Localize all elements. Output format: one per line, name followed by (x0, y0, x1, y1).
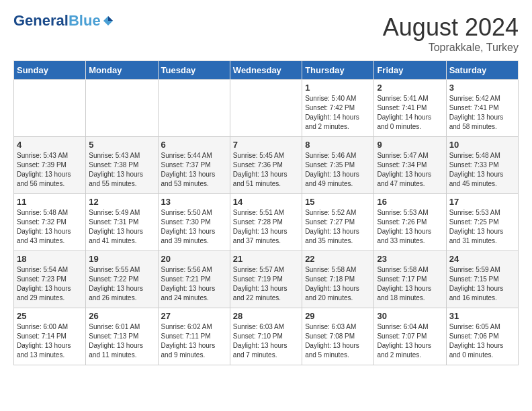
calendar-cell: 17Sunrise: 5:53 AM Sunset: 7:25 PM Dayli… (446, 194, 518, 251)
calendar-cell: 31Sunrise: 6:05 AM Sunset: 7:06 PM Dayli… (446, 308, 518, 365)
calendar-cell: 29Sunrise: 6:03 AM Sunset: 7:08 PM Dayli… (302, 308, 374, 365)
day-content: Sunrise: 5:48 AM Sunset: 7:32 PM Dayligh… (17, 208, 83, 246)
day-content: Sunrise: 5:41 AM Sunset: 7:41 PM Dayligh… (377, 94, 443, 132)
day-content: Sunrise: 6:03 AM Sunset: 7:10 PM Dayligh… (233, 322, 299, 360)
day-content: Sunrise: 5:40 AM Sunset: 7:42 PM Dayligh… (305, 94, 371, 132)
calendar-cell: 11Sunrise: 5:48 AM Sunset: 7:32 PM Dayli… (14, 194, 86, 251)
day-number: 29 (305, 311, 371, 321)
day-content: Sunrise: 5:43 AM Sunset: 7:39 PM Dayligh… (17, 151, 83, 189)
day-number: 5 (89, 140, 154, 150)
day-number: 3 (449, 83, 515, 93)
day-content: Sunrise: 6:04 AM Sunset: 7:07 PM Dayligh… (377, 322, 443, 360)
logo-text: GeneralBlue (13, 13, 101, 28)
col-thursday: Thursday (302, 61, 374, 80)
calendar-cell: 9Sunrise: 5:47 AM Sunset: 7:34 PM Daylig… (374, 137, 446, 194)
day-number: 12 (89, 197, 154, 207)
header-row: Sunday Monday Tuesday Wednesday Thursday… (14, 61, 519, 80)
day-number: 22 (305, 254, 371, 264)
col-monday: Monday (86, 61, 158, 80)
day-number: 27 (161, 311, 227, 321)
day-number: 2 (377, 83, 443, 93)
calendar-cell: 16Sunrise: 5:53 AM Sunset: 7:26 PM Dayli… (374, 194, 446, 251)
logo-icon (102, 15, 114, 27)
day-number: 26 (89, 311, 154, 321)
calendar-cell: 30Sunrise: 6:04 AM Sunset: 7:07 PM Dayli… (374, 308, 446, 365)
day-number: 20 (161, 254, 227, 264)
day-content: Sunrise: 5:53 AM Sunset: 7:25 PM Dayligh… (449, 208, 515, 246)
day-number: 8 (305, 140, 371, 150)
calendar-cell: 6Sunrise: 5:44 AM Sunset: 7:37 PM Daylig… (158, 137, 230, 194)
day-content: Sunrise: 6:02 AM Sunset: 7:11 PM Dayligh… (161, 322, 227, 360)
calendar-cell: 5Sunrise: 5:43 AM Sunset: 7:38 PM Daylig… (86, 137, 158, 194)
calendar-cell: 28Sunrise: 6:03 AM Sunset: 7:10 PM Dayli… (230, 308, 302, 365)
calendar-cell: 18Sunrise: 5:54 AM Sunset: 7:23 PM Dayli… (14, 251, 86, 308)
day-content: Sunrise: 5:53 AM Sunset: 7:26 PM Dayligh… (377, 208, 443, 246)
logo: GeneralBlue (13, 13, 114, 28)
day-content: Sunrise: 5:58 AM Sunset: 7:17 PM Dayligh… (377, 265, 443, 303)
calendar-table: Sunday Monday Tuesday Wednesday Thursday… (13, 60, 519, 365)
calendar-cell: 12Sunrise: 5:49 AM Sunset: 7:31 PM Dayli… (86, 194, 158, 251)
day-number: 11 (17, 197, 83, 207)
calendar-cell: 13Sunrise: 5:50 AM Sunset: 7:30 PM Dayli… (158, 194, 230, 251)
day-content: Sunrise: 5:51 AM Sunset: 7:28 PM Dayligh… (233, 208, 299, 246)
day-content: Sunrise: 5:57 AM Sunset: 7:19 PM Dayligh… (233, 265, 299, 303)
day-content: Sunrise: 6:01 AM Sunset: 7:13 PM Dayligh… (89, 322, 154, 360)
day-content: Sunrise: 5:50 AM Sunset: 7:30 PM Dayligh… (161, 208, 227, 246)
day-content: Sunrise: 5:59 AM Sunset: 7:15 PM Dayligh… (449, 265, 515, 303)
calendar-cell: 21Sunrise: 5:57 AM Sunset: 7:19 PM Dayli… (230, 251, 302, 308)
day-number: 23 (377, 254, 443, 264)
day-content: Sunrise: 5:44 AM Sunset: 7:37 PM Dayligh… (161, 151, 227, 189)
calendar-cell: 25Sunrise: 6:00 AM Sunset: 7:14 PM Dayli… (14, 308, 86, 365)
calendar-week-2: 4Sunrise: 5:43 AM Sunset: 7:39 PM Daylig… (14, 137, 519, 194)
calendar-cell: 24Sunrise: 5:59 AM Sunset: 7:15 PM Dayli… (446, 251, 518, 308)
calendar-cell: 7Sunrise: 5:45 AM Sunset: 7:36 PM Daylig… (230, 137, 302, 194)
calendar-cell: 15Sunrise: 5:52 AM Sunset: 7:27 PM Dayli… (302, 194, 374, 251)
calendar-week-4: 18Sunrise: 5:54 AM Sunset: 7:23 PM Dayli… (14, 251, 519, 308)
day-content: Sunrise: 5:49 AM Sunset: 7:31 PM Dayligh… (89, 208, 154, 246)
day-content: Sunrise: 5:58 AM Sunset: 7:18 PM Dayligh… (305, 265, 371, 303)
day-content: Sunrise: 5:55 AM Sunset: 7:22 PM Dayligh… (89, 265, 154, 303)
day-number: 13 (161, 197, 227, 207)
day-number: 15 (305, 197, 371, 207)
title-location: Toprakkale, Turkey (383, 42, 519, 54)
day-number: 1 (305, 83, 371, 93)
day-content: Sunrise: 5:52 AM Sunset: 7:27 PM Dayligh… (305, 208, 371, 246)
day-number: 21 (233, 254, 299, 264)
day-number: 16 (377, 197, 443, 207)
col-sunday: Sunday (14, 61, 86, 80)
calendar-cell: 19Sunrise: 5:55 AM Sunset: 7:22 PM Dayli… (86, 251, 158, 308)
calendar-cell: 20Sunrise: 5:56 AM Sunset: 7:21 PM Dayli… (158, 251, 230, 308)
calendar-cell: 23Sunrise: 5:58 AM Sunset: 7:17 PM Dayli… (374, 251, 446, 308)
calendar-cell: 8Sunrise: 5:46 AM Sunset: 7:35 PM Daylig… (302, 137, 374, 194)
calendar-cell: 1Sunrise: 5:40 AM Sunset: 7:42 PM Daylig… (302, 80, 374, 137)
calendar-cell: 26Sunrise: 6:01 AM Sunset: 7:13 PM Dayli… (86, 308, 158, 365)
day-content: Sunrise: 5:42 AM Sunset: 7:41 PM Dayligh… (449, 94, 515, 132)
day-number: 30 (377, 311, 443, 321)
calendar-cell (14, 80, 86, 137)
day-content: Sunrise: 5:45 AM Sunset: 7:36 PM Dayligh… (233, 151, 299, 189)
day-content: Sunrise: 5:56 AM Sunset: 7:21 PM Dayligh… (161, 265, 227, 303)
day-number: 4 (17, 140, 83, 150)
day-number: 7 (233, 140, 299, 150)
title-block: August 2024 Toprakkale, Turkey (383, 13, 519, 54)
day-content: Sunrise: 6:00 AM Sunset: 7:14 PM Dayligh… (17, 322, 83, 360)
calendar-week-1: 1Sunrise: 5:40 AM Sunset: 7:42 PM Daylig… (14, 80, 519, 137)
day-content: Sunrise: 5:43 AM Sunset: 7:38 PM Dayligh… (89, 151, 154, 189)
day-number: 10 (449, 140, 515, 150)
day-number: 9 (377, 140, 443, 150)
col-wednesday: Wednesday (230, 61, 302, 80)
col-tuesday: Tuesday (158, 61, 230, 80)
col-friday: Friday (374, 61, 446, 80)
day-content: Sunrise: 5:54 AM Sunset: 7:23 PM Dayligh… (17, 265, 83, 303)
calendar-header: Sunday Monday Tuesday Wednesday Thursday… (14, 61, 519, 80)
calendar-cell: 14Sunrise: 5:51 AM Sunset: 7:28 PM Dayli… (230, 194, 302, 251)
calendar-week-5: 25Sunrise: 6:00 AM Sunset: 7:14 PM Dayli… (14, 308, 519, 365)
day-content: Sunrise: 5:47 AM Sunset: 7:34 PM Dayligh… (377, 151, 443, 189)
day-content: Sunrise: 6:03 AM Sunset: 7:08 PM Dayligh… (305, 322, 371, 360)
calendar-cell: 22Sunrise: 5:58 AM Sunset: 7:18 PM Dayli… (302, 251, 374, 308)
day-number: 6 (161, 140, 227, 150)
day-content: Sunrise: 5:48 AM Sunset: 7:33 PM Dayligh… (449, 151, 515, 189)
day-number: 28 (233, 311, 299, 321)
calendar-cell: 10Sunrise: 5:48 AM Sunset: 7:33 PM Dayli… (446, 137, 518, 194)
day-content: Sunrise: 6:05 AM Sunset: 7:06 PM Dayligh… (449, 322, 515, 360)
